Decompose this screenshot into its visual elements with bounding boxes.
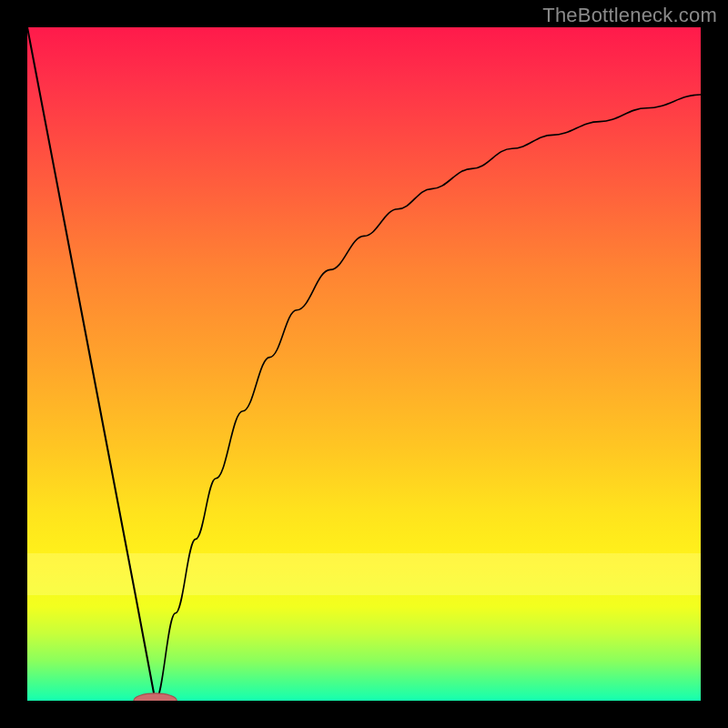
chart-frame: TheBottleneck.com (0, 0, 728, 728)
curve-right (156, 95, 701, 701)
watermark-text: TheBottleneck.com (542, 4, 717, 27)
curve-left (27, 27, 156, 701)
curve-group (27, 27, 701, 701)
chart-svg (27, 27, 701, 701)
plot-area (27, 27, 701, 701)
min-marker (134, 693, 177, 701)
